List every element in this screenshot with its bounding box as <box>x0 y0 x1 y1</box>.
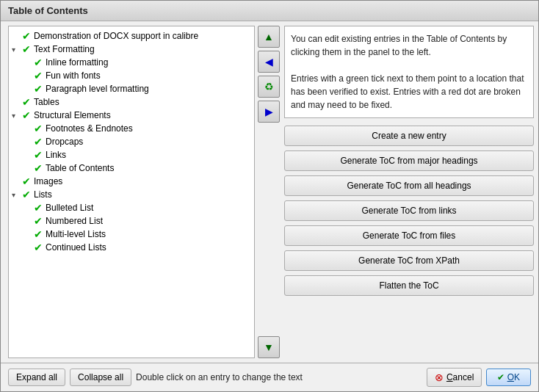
expand-arrow-icon[interactable]: ▾ <box>12 191 22 199</box>
generate-links-button[interactable]: Generate ToC from links <box>284 200 534 221</box>
check-icon: ✔ <box>34 57 43 68</box>
tree-item-label: Demonstration of DOCX support in calibre <box>34 31 198 41</box>
tree-item[interactable]: ▾✔Structural Elements <box>12 109 251 122</box>
tree-item[interactable]: ✔Continued Lists <box>12 241 251 254</box>
check-icon: ✔ <box>34 228 43 240</box>
tree-item-label: Links <box>46 150 66 160</box>
ok-icon: ✔ <box>497 372 504 382</box>
tree-item-label: Inline formatting <box>46 57 108 68</box>
generate-files-button[interactable]: Generate ToC from files <box>284 225 534 246</box>
tree-item-label: Lists <box>34 189 52 200</box>
check-icon: ✔ <box>34 202 43 214</box>
ok-label: OK <box>507 372 520 382</box>
move-right-button[interactable]: ▶ <box>258 101 280 123</box>
collapse-all-button[interactable]: Collapse all <box>70 369 131 386</box>
cancel-label: Cancel <box>446 372 474 382</box>
expand-arrow-icon[interactable]: ▾ <box>12 112 22 120</box>
generate-all-headings-button[interactable]: Generate ToC from all headings <box>284 175 534 196</box>
check-icon: ✔ <box>22 96 31 108</box>
tree-item-label: Paragraph level formatting <box>46 84 149 94</box>
tree-item-label: Numbered List <box>46 216 103 226</box>
flatten-toc-button[interactable]: Flatten the ToC <box>284 275 534 296</box>
tree-item-label: Text Formatting <box>34 44 95 54</box>
recycle-button[interactable]: ♻ <box>258 76 280 98</box>
generate-major-headings-button[interactable]: Generate ToC from major headings <box>284 150 534 171</box>
tree-item[interactable]: ✔Footnotes & Endnotes <box>12 122 251 135</box>
tree-item[interactable]: ✔Numbered List <box>12 214 251 228</box>
dialog: Table of Contents ✔Demonstration of DOCX… <box>0 0 539 392</box>
tree-item-label: Structural Elements <box>34 110 111 120</box>
ok-button[interactable]: ✔ OK <box>486 369 531 386</box>
check-icon: ✔ <box>34 136 43 148</box>
tree-item[interactable]: ▾✔Lists <box>12 188 251 201</box>
tree-item[interactable]: ✔Demonstration of DOCX support in calibr… <box>12 29 251 43</box>
check-icon: ✔ <box>34 149 43 161</box>
tree-item[interactable]: ✔Multi-level Lists <box>12 228 251 241</box>
dialog-title: Table of Contents <box>1 1 538 21</box>
check-icon: ✔ <box>34 162 43 174</box>
tree-item-label: Dropcaps <box>46 137 83 147</box>
tree-item[interactable]: ✔Images <box>12 175 251 188</box>
footer-hint: Double click on an entry to change the t… <box>136 372 422 382</box>
tree-item[interactable]: ✔Bulleted List <box>12 201 251 214</box>
nav-buttons: ▲ ◀ ♻ ▶ ▼ <box>258 26 280 358</box>
tree-item-label: Multi-level Lists <box>46 229 106 239</box>
tree-item-label: Table of Contents <box>46 163 114 173</box>
generate-xpath-button[interactable]: Generate ToC from XPath <box>284 250 534 271</box>
tree-item[interactable]: ✔Tables <box>12 95 251 109</box>
move-left-button[interactable]: ◀ <box>258 51 280 73</box>
check-icon: ✔ <box>34 242 43 253</box>
tree-item-label: Fun with fonts <box>46 70 101 81</box>
expand-all-button[interactable]: Expand all <box>8 369 65 386</box>
description-box: You can edit existing entries in the Tab… <box>284 26 534 118</box>
tree-item-label: Footnotes & Endnotes <box>46 123 133 134</box>
check-icon: ✔ <box>22 109 31 121</box>
check-icon: ✔ <box>22 175 31 187</box>
tree-container[interactable]: ✔Demonstration of DOCX support in calibr… <box>8 26 255 358</box>
tree-item-label: Images <box>34 176 62 186</box>
check-icon: ✔ <box>34 123 43 134</box>
right-panel: You can edit existing entries in the Tab… <box>284 26 534 358</box>
cancel-icon: ⊗ <box>435 371 444 383</box>
left-panel: ✔Demonstration of DOCX support in calibr… <box>5 26 280 358</box>
tree-item-label: Bulleted List <box>46 203 93 213</box>
tree-item[interactable]: ✔Fun with fonts <box>12 69 251 82</box>
create-new-entry-button[interactable]: Create a new entry <box>284 126 534 146</box>
move-down-button[interactable]: ▼ <box>258 336 280 358</box>
move-up-button[interactable]: ▲ <box>258 26 280 48</box>
action-buttons: Create a new entry Generate ToC from maj… <box>284 123 534 358</box>
tree-item[interactable]: ✔Inline formatting <box>12 56 251 69</box>
description-line2: Entries with a green tick next to them p… <box>291 72 527 112</box>
check-icon: ✔ <box>22 30 31 42</box>
check-icon: ✔ <box>22 43 31 55</box>
tree-item[interactable]: ✔Links <box>12 148 251 161</box>
dialog-body: ✔Demonstration of DOCX support in calibr… <box>1 21 538 363</box>
tree-item[interactable]: ✔Table of Contents <box>12 161 251 175</box>
check-icon: ✔ <box>34 215 43 227</box>
tree-item[interactable]: ✔Dropcaps <box>12 135 251 148</box>
expand-arrow-icon[interactable]: ▾ <box>12 46 22 54</box>
tree-item[interactable]: ✔Paragraph level formatting <box>12 82 251 95</box>
tree-item-label: Continued Lists <box>46 242 106 253</box>
dialog-footer: Expand all Collapse all Double click on … <box>1 363 538 391</box>
check-icon: ✔ <box>34 83 43 95</box>
cancel-button[interactable]: ⊗ Cancel <box>427 368 482 387</box>
description-line1: You can edit existing entries in the Tab… <box>291 32 527 59</box>
tree-item[interactable]: ▾✔Text Formatting <box>12 43 251 56</box>
check-icon: ✔ <box>34 70 43 81</box>
tree-item-label: Tables <box>34 97 59 107</box>
check-icon: ✔ <box>22 189 31 200</box>
